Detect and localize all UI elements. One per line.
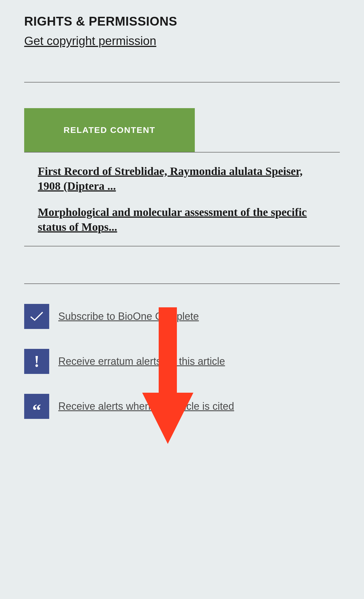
exclamation-icon[interactable]: ! bbox=[24, 349, 49, 374]
section-divider bbox=[24, 283, 340, 284]
quote-icon[interactable]: “ bbox=[24, 394, 49, 419]
section-divider bbox=[24, 246, 340, 246]
related-items-list: First Record of Streblidae, Raymondia al… bbox=[24, 164, 340, 234]
rights-title: RIGHTS & PERMISSIONS bbox=[24, 14, 340, 28]
section-divider bbox=[24, 82, 340, 83]
related-article-link[interactable]: Morphological and molecular assessment o… bbox=[38, 205, 326, 234]
cited-alerts-link[interactable]: Receive alerts when this article is cite… bbox=[58, 400, 234, 412]
tab-underline bbox=[24, 152, 340, 153]
copyright-permission-link[interactable]: Get copyright permission bbox=[24, 34, 156, 48]
check-icon[interactable] bbox=[24, 304, 49, 329]
subscribe-link[interactable]: Subscribe to BioOne Complete bbox=[58, 310, 199, 322]
erratum-row: ! Receive erratum alerts for this articl… bbox=[24, 349, 340, 374]
cited-row: “ Receive alerts when this article is ci… bbox=[24, 394, 340, 419]
sidebar-panel: RIGHTS & PERMISSIONS Get copyright permi… bbox=[0, 0, 364, 453]
related-article-link[interactable]: First Record of Streblidae, Raymondia al… bbox=[38, 164, 326, 194]
erratum-alerts-link[interactable]: Receive erratum alerts for this article bbox=[58, 355, 225, 367]
subscribe-row: Subscribe to BioOne Complete bbox=[24, 304, 340, 329]
related-content-tab[interactable]: RELATED CONTENT bbox=[24, 108, 195, 152]
